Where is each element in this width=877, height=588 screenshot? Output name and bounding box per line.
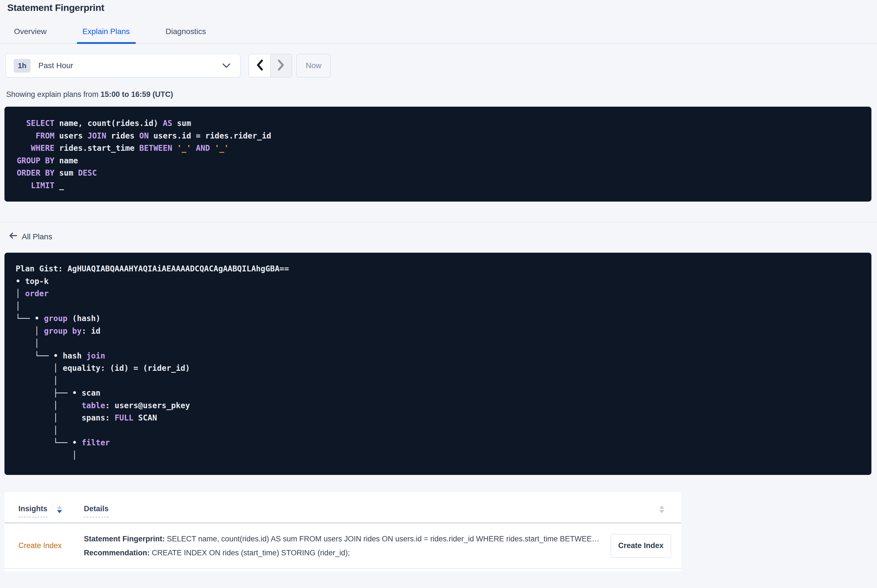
sql-statement-box: SELECT name, count(rides.id) AS sum FROM…	[5, 106, 871, 202]
page-title: Statement Fingerprint	[7, 2, 877, 13]
previous-interval-button[interactable]	[249, 54, 270, 77]
recommendation-line: Recommendation: CREATE INDEX ON rides (s…	[84, 546, 603, 560]
sort-down-icon	[659, 510, 664, 513]
time-range-dropdown[interactable]: 1h Past Hour	[6, 54, 240, 77]
insights-table-header: Insights Details	[5, 492, 681, 523]
plan-gist-value: AgHUAQIABQAAAHYAQIAiAEAAAADCQACAgAABQILA…	[67, 264, 289, 273]
sort-up-icon	[57, 506, 62, 509]
time-controls: 1h Past Hour Now	[6, 54, 877, 77]
details-column-header[interactable]: Details	[84, 504, 671, 518]
chevron-right-icon	[277, 59, 285, 72]
page-header: Statement Fingerprint	[0, 0, 877, 13]
time-pager	[249, 54, 292, 77]
details-header-label[interactable]: Details	[84, 504, 109, 518]
sort-up-icon	[659, 506, 664, 509]
chevron-down-icon	[222, 63, 230, 68]
section-divider	[0, 222, 877, 222]
statement-fingerprint-label: Statement Fingerprint:	[84, 535, 165, 543]
interval-badge: 1h	[14, 59, 30, 73]
plan-tree-text: • top-k │ order │ └── • group (hash) │ g…	[16, 275, 860, 462]
statement-fingerprint-page: Statement Fingerprint Overview Explain P…	[0, 0, 877, 588]
tab-bar: Overview Explain Plans Diagnostics	[0, 27, 877, 44]
time-range-caption: Showing explain plans from 15:00 to 16:5…	[6, 90, 877, 99]
caption-range: 15:00 to 16:59 (UTC)	[101, 90, 173, 99]
sort-icon-insights[interactable]	[57, 506, 62, 513]
recommendation-text: CREATE INDEX ON rides (start_time) STORI…	[152, 549, 350, 557]
plan-gist-label: Plan Gist:	[16, 264, 67, 273]
tab-explain-plans[interactable]: Explain Plans	[83, 27, 130, 43]
sort-down-icon	[57, 510, 62, 513]
statement-fingerprint-line: Statement Fingerprint: SELECT name, coun…	[84, 532, 603, 546]
insights-column-header[interactable]: Insights	[18, 504, 84, 518]
recommendation-label: Recommendation:	[84, 549, 150, 557]
tab-diagnostics[interactable]: Diagnostics	[165, 27, 206, 43]
time-range-label: Past Hour	[38, 61, 73, 70]
sort-icon-details[interactable]	[659, 506, 664, 513]
arrow-left-icon	[8, 232, 17, 242]
table-row: Create Index Statement Fingerprint: SELE…	[5, 523, 681, 569]
all-plans-label: All Plans	[22, 232, 52, 241]
insights-card: Insights Details Create Index Statement …	[5, 492, 681, 572]
all-plans-back-link[interactable]: All Plans	[8, 232, 52, 242]
create-index-button[interactable]: Create Index	[611, 534, 671, 558]
caption-prefix: Showing explain plans from	[6, 90, 101, 99]
statement-fingerprint-text: SELECT name, count(rides.id) AS sum FROM…	[167, 535, 603, 543]
plan-gist-line: Plan Gist: AgHUAQIABQAAAHYAQIAiAEAAAADCQ…	[16, 263, 860, 275]
insights-header-label[interactable]: Insights	[18, 504, 48, 518]
chevron-left-icon	[256, 59, 263, 72]
sql-statement-text: SELECT name, count(rides.id) AS sum FROM…	[17, 117, 859, 192]
next-interval-button[interactable]	[270, 54, 292, 77]
insight-details-cell: Statement Fingerprint: SELECT name, coun…	[84, 532, 603, 560]
now-button[interactable]: Now	[296, 54, 331, 77]
tab-overview[interactable]: Overview	[14, 27, 47, 43]
plan-gist-box: Plan Gist: AgHUAQIABQAAAHYAQIAiAEAAAADCQ…	[5, 253, 871, 475]
insight-type-link[interactable]: Create Index	[18, 542, 84, 550]
